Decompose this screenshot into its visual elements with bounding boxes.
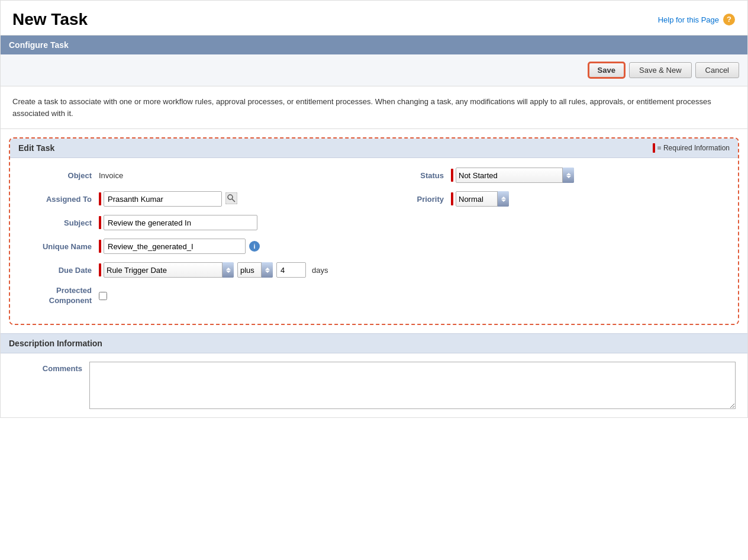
edit-task-title: Edit Task [18, 143, 54, 153]
operator-select[interactable]: plus minus [237, 262, 273, 278]
save-button[interactable]: Save [588, 62, 626, 79]
configure-task-title: Configure Task [9, 40, 69, 50]
due-date-select-wrapper: Rule Trigger Date Date of Trigger Today [104, 262, 234, 278]
help-link[interactable]: Help for this Page ? [658, 13, 736, 26]
unique-name-row: Unique Name i [22, 239, 726, 254]
object-value: Invoice [99, 171, 123, 180]
configure-task-header: Configure Task [1, 36, 747, 54]
due-date-label: Due Date [22, 266, 99, 275]
protected-component-checkbox[interactable] [99, 292, 107, 300]
comments-row: Comments [1, 353, 747, 417]
days-input[interactable] [276, 262, 306, 278]
status-required-marker [451, 169, 453, 182]
toolbar: Save Save & New Cancel [1, 54, 747, 86]
assigned-to-col: Assigned To [22, 191, 374, 207]
page-title: New Task [12, 10, 88, 29]
assigned-to-label: Assigned To [22, 195, 99, 204]
description-information-header: Description Information [1, 333, 747, 353]
unique-name-required-marker [99, 240, 101, 253]
due-date-required-marker [99, 263, 101, 276]
subject-required-marker [99, 216, 101, 229]
status-select-wrapper: Not Started In Progress Completed Waitin… [456, 168, 574, 183]
help-icon: ? [723, 13, 736, 26]
description-text: Create a task to associate with one or m… [1, 86, 747, 129]
object-col: Object Invoice [22, 171, 374, 180]
priority-label: Priority [374, 195, 451, 204]
status-label: Status [374, 171, 451, 180]
required-bar-icon [653, 143, 655, 153]
protected-component-row: ProtectedComponent [22, 286, 726, 306]
status-select[interactable]: Not Started In Progress Completed Waitin… [456, 168, 574, 183]
required-info: = Required Information [653, 143, 730, 153]
object-label: Object [22, 171, 99, 180]
subject-row: Subject [22, 215, 726, 230]
lookup-svg [225, 192, 237, 204]
assigned-priority-row: Assigned To Priority [22, 191, 726, 207]
comments-label: Comments [12, 362, 89, 409]
priority-col: Priority High Normal Low [374, 191, 726, 207]
due-date-controls: Rule Trigger Date Date of Trigger Today … [104, 262, 328, 278]
subject-input[interactable] [104, 215, 257, 230]
required-info-text: = Required Information [657, 144, 730, 152]
status-col: Status Not Started In Progress Completed… [374, 168, 726, 183]
svg-text:?: ? [727, 15, 731, 24]
svg-rect-2 [225, 192, 237, 204]
cancel-button[interactable]: Cancel [695, 62, 739, 78]
edit-task-header: Edit Task = Required Information [10, 139, 738, 158]
priority-select-wrapper: High Normal Low [456, 191, 509, 207]
days-label: days [312, 266, 328, 275]
save-new-button[interactable]: Save & New [629, 62, 692, 78]
object-status-row: Object Invoice Status Not Started In Pro… [22, 168, 726, 183]
comments-textarea[interactable] [89, 362, 736, 409]
form-body: Object Invoice Status Not Started In Pro… [10, 158, 738, 324]
protected-component-label: ProtectedComponent [22, 286, 99, 306]
unique-name-label: Unique Name [22, 242, 99, 251]
priority-select[interactable]: High Normal Low [456, 191, 509, 207]
info-icon[interactable]: i [249, 241, 260, 252]
assigned-to-input[interactable] [104, 191, 222, 207]
page-header: New Task Help for this Page ? [1, 1, 747, 36]
lookup-icon[interactable] [225, 192, 237, 206]
edit-task-container: Edit Task = Required Information Object … [9, 137, 739, 325]
assigned-required-marker [99, 192, 101, 205]
unique-name-input[interactable] [104, 239, 246, 254]
priority-required-marker [451, 192, 453, 205]
due-date-row: Due Date Rule Trigger Date Date of Trigg… [22, 262, 726, 278]
description-information-title: Description Information [9, 339, 102, 348]
help-link-text: Help for this Page [658, 15, 719, 24]
plus-select-wrapper: plus minus [237, 262, 273, 278]
description-information-section: Description Information Comments [1, 333, 747, 417]
subject-label: Subject [22, 218, 99, 227]
due-date-select[interactable]: Rule Trigger Date Date of Trigger Today [104, 262, 234, 278]
